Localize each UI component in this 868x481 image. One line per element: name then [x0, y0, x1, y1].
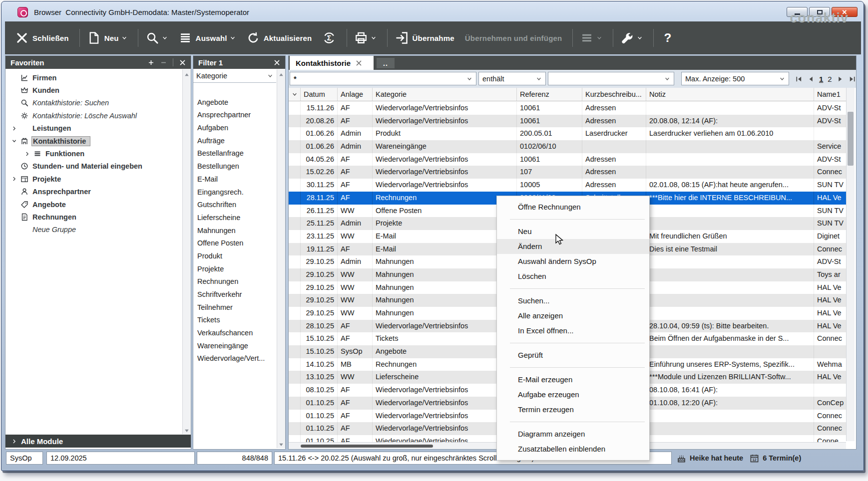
filter-option[interactable]: E-Mail — [193, 173, 276, 186]
operator-dropdown[interactable]: enthält — [478, 72, 546, 85]
date-field[interactable]: 12.09.2025 — [46, 452, 195, 465]
filter-option[interactable]: Bestellungen — [193, 160, 276, 173]
tools-button[interactable] — [620, 31, 643, 45]
menu-item-in-excel-oeffnen[interactable]: In Excel öffnen... — [497, 323, 649, 338]
table-vertical-scrollbar[interactable] — [846, 88, 855, 441]
next-page-icon[interactable] — [837, 75, 844, 83]
menu-item-auswahl-aendern-sysop[interactable]: Auswahl ändern SysOp — [497, 254, 649, 269]
column-header[interactable]: Datum — [301, 88, 338, 101]
table-row[interactable]: 15.02.26 AF Wiedervorlage/Vertriebsinfos… — [289, 166, 846, 179]
filter-option[interactable]: Gutschriften — [193, 199, 276, 212]
table-row[interactable]: 30.11.25 AF Wiedervorlage/Vertriebsinfos… — [289, 179, 846, 192]
column-header[interactable] — [289, 88, 301, 101]
column-header[interactable]: Anlage — [338, 88, 373, 101]
menu-item-neu[interactable]: Neu — [497, 224, 649, 239]
sidebar-item-kunden[interactable]: Kunden — [5, 84, 182, 96]
sidebar-item-ansprechpartner[interactable]: Ansprechpartner — [5, 186, 182, 198]
filter-option[interactable] — [193, 83, 276, 96]
remove-favorite-button[interactable] — [160, 59, 167, 66]
table-row[interactable]: 15.11.26 AF Wiedervorlage/Vertriebsinfos… — [289, 102, 846, 115]
filter-option[interactable]: Bestellanfrage — [193, 147, 276, 160]
page-number[interactable]: 2 — [828, 75, 832, 83]
refresh-button[interactable]: Aktualisieren — [246, 31, 312, 45]
user-field[interactable]: SysOp — [6, 452, 43, 465]
filter-option[interactable]: Aufträge — [193, 135, 276, 148]
scroll-up-icon[interactable] — [184, 71, 190, 77]
table-row[interactable]: 01.06.26 Admin Wareneingänge 0102/06/10 … — [289, 140, 846, 153]
filter-option[interactable]: Tickets — [193, 314, 276, 327]
table-row[interactable]: 01.06.26 Admin Produkt 200.05.01 Laserdr… — [289, 127, 846, 140]
tab-more[interactable]: .. — [377, 58, 395, 68]
filter-option[interactable]: Angebote — [193, 96, 276, 109]
scroll-down-icon[interactable] — [278, 441, 284, 447]
filter-option[interactable]: Wareneingänge — [193, 340, 276, 353]
kategorie-dropdown[interactable]: Kategorie — [193, 69, 276, 83]
last-page-icon[interactable] — [849, 75, 856, 83]
sidebar-item-rechnungen[interactable]: Rechnungen — [5, 211, 182, 223]
sidebar-item-firmen[interactable]: Firmen — [5, 71, 182, 84]
takeover-button[interactable]: Übernahme — [395, 31, 454, 45]
sidebar-item-angebote[interactable]: Angebote — [5, 198, 182, 211]
menu-item-diagramm-anzeigen[interactable]: Diagramm anzeigen — [497, 427, 649, 442]
search-input[interactable]: * — [290, 72, 476, 85]
sidebar-item-kontakthistorie-suchen[interactable]: Kontakthistorie: Suchen — [5, 97, 182, 109]
add-favorite-button[interactable] — [148, 59, 154, 66]
filter-option[interactable]: Lieferscheine — [193, 212, 276, 225]
table-row[interactable]: 20.08.26 AF Wiedervorlage/Vertriebsinfos… — [289, 115, 846, 128]
menu-item-suchen[interactable]: Suchen... — [497, 293, 649, 308]
filter-option[interactable]: Produkt — [193, 250, 276, 263]
tab-kontakthistorie[interactable]: Kontakthistorie — [290, 56, 374, 70]
prev-page-icon[interactable] — [807, 75, 815, 83]
menu-item-aufgabe-erzeugen[interactable]: Aufgabe erzeugen — [497, 387, 649, 402]
first-page-icon[interactable] — [795, 75, 803, 83]
menu-item-termin-erzeugen[interactable]: Termin erzeugen — [497, 402, 649, 417]
close-favorites-button[interactable] — [179, 59, 186, 66]
menu-item-email-erzeugen[interactable]: E-Mail erzeugen — [497, 372, 649, 387]
menu-item-loeschen[interactable]: Löschen — [497, 269, 649, 284]
column-header[interactable]: Notiz — [646, 88, 814, 101]
search-button[interactable] — [145, 31, 168, 45]
filter-option[interactable]: Projekte — [193, 263, 276, 276]
sidebar-item-kontakthistorie[interactable]: Kontakthistorie — [5, 135, 182, 147]
favorites-scrollbar[interactable] — [182, 69, 191, 434]
menu-item-geprueft[interactable]: Geprüft — [497, 348, 649, 363]
value-dropdown[interactable] — [548, 72, 674, 85]
sidebar-item-funktionen[interactable]: Funktionen — [5, 147, 182, 160]
page-number-current[interactable]: 1 — [819, 75, 823, 83]
menu-item-oeffne-rechnungen[interactable]: Öffne Rechnungen — [497, 200, 649, 215]
filter-option[interactable]: Offene Posten — [193, 237, 276, 250]
filter-option[interactable]: Rechnungen — [193, 275, 276, 288]
menu-item-aendern[interactable]: Ändern — [497, 239, 649, 254]
alle-module-bar[interactable]: Alle Module — [5, 435, 191, 448]
column-header[interactable]: Kurzbeschreibu... — [582, 88, 646, 101]
table-row[interactable]: 04.05.26 AF Wiedervorlage/Vertriebsinfos… — [289, 153, 846, 166]
filter-scrollbar[interactable] — [277, 69, 285, 448]
selection-button[interactable]: Auswahl — [178, 31, 236, 45]
filter-option[interactable]: Ansprechpartner — [193, 109, 276, 122]
scroll-down-icon[interactable] — [184, 427, 190, 433]
close-filter-button[interactable] — [274, 59, 280, 66]
menu-item-zusatztabellen-einblenden[interactable]: Zusatztabellen einblenden — [497, 442, 649, 457]
filter-option[interactable]: Teilnehmer — [193, 301, 276, 314]
column-header[interactable]: Name1 — [814, 88, 846, 101]
sidebar-item-projekte[interactable]: Projekte — [5, 173, 182, 185]
column-header[interactable]: Kategorie — [373, 88, 517, 101]
sidebar-item-leistungen[interactable]: Leistungen — [5, 122, 182, 135]
filter-option[interactable]: Schriftverkehr — [193, 288, 276, 301]
help-button[interactable]: ? — [661, 31, 675, 45]
filter-option[interactable]: Aufgaben — [193, 122, 276, 135]
hamburger-menu-button[interactable] — [580, 31, 602, 45]
filter-option[interactable]: Verkaufschancen — [193, 327, 276, 340]
new-button[interactable]: Neu — [87, 31, 127, 45]
print-button[interactable] — [354, 31, 377, 45]
column-header[interactable]: Referenz — [517, 88, 582, 101]
menu-item-alle-anzeigen[interactable]: Alle anzeigen — [497, 308, 649, 323]
filter-option[interactable]: Eingangsrech. — [193, 186, 276, 199]
scrollbar-thumb[interactable] — [848, 112, 854, 166]
sync-sum-button[interactable]: Σ — [322, 31, 336, 45]
close-button[interactable]: Schließen — [15, 31, 69, 45]
filter-option[interactable]: Mahnungen — [193, 225, 276, 238]
scrollbar-thumb[interactable] — [301, 445, 433, 448]
takeover-insert-button[interactable]: Übernehmen und einfügen — [465, 34, 562, 42]
sidebar-item-kontakthistorie-loesche-auswahl[interactable]: Kontakthistorie: Lösche Auswahl — [5, 109, 182, 122]
